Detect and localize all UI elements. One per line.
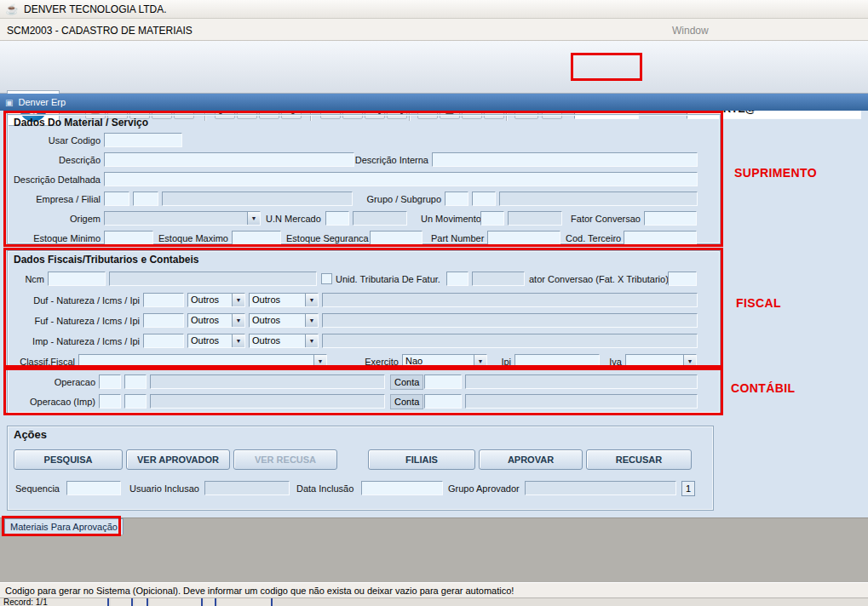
menu-window[interactable]: Window (672, 25, 709, 37)
descricao-interna-field[interactable] (432, 152, 698, 167)
ncm-lookup-button[interactable] (321, 273, 332, 284)
un-movimento-field[interactable] (480, 211, 504, 226)
exercito-label: Exercito (361, 357, 399, 367)
tab-materiais-para-aprovacao[interactable]: Materiais Para Aprovação (4, 518, 124, 535)
un-mercado-field[interactable] (325, 211, 349, 226)
descricao-detalhada-field[interactable] (104, 172, 698, 186)
duf-icms-combo[interactable]: Outros▼ (187, 293, 245, 307)
toolbar: d ▦ ⧉ ⎙ ? ? ▌◀ ◀ ▶ ▶▌ + ✖ ↶ ▤ ✎ ? Menu ➔… (0, 41, 868, 94)
descricao-field[interactable] (104, 152, 354, 167)
cod-terceiro-field[interactable] (624, 231, 697, 245)
duf-ipi-combo[interactable]: Outros▼ (249, 293, 319, 307)
estoque-minimo-field[interactable] (104, 231, 153, 245)
grupo-aprovador-label: Grupo Aprovador (448, 483, 523, 494)
chevron-down-icon: ▼ (232, 294, 244, 306)
duf-descricao-field (322, 293, 698, 307)
estoque-maximo-field[interactable] (232, 231, 281, 245)
imp-natureza-field[interactable] (143, 334, 184, 348)
conta-imp-label: Conta (390, 394, 423, 409)
record-count-cell: Record: 1/1 (0, 598, 109, 606)
recusar-button[interactable]: RECUSAR (586, 449, 692, 470)
fator-conversao-tributario-label: ator Conversao (Fat. X Tributario) (529, 274, 667, 284)
mdi-title: Denver Erp (18, 97, 66, 107)
unid-tributaria-field[interactable] (446, 272, 468, 286)
status-message: Codigo para gerar no Sistema (Opicional)… (5, 586, 514, 596)
descricao-interna-label: Descrição Interna (349, 155, 428, 165)
chevron-down-icon: ▼ (474, 355, 486, 368)
acoes-group-title: Ações (14, 428, 47, 441)
ipi-label: Ipi (496, 357, 511, 367)
operacao-field-2[interactable] (124, 374, 147, 389)
iva-combo[interactable]: ▼ (625, 354, 697, 369)
descricao-label: Descrição (43, 155, 101, 165)
estoque-maximo-label: Estoque Maximo (158, 233, 230, 243)
fator-conversao-tributario-field[interactable] (668, 272, 697, 286)
grupo-field[interactable] (445, 192, 468, 206)
fuf-natureza-field[interactable] (143, 313, 184, 328)
empresa-descricao-field (162, 192, 353, 206)
ver-recusa-button[interactable]: VER RECUSA (233, 449, 337, 470)
chevron-down-icon: ▼ (305, 294, 318, 306)
operacao-imp-descricao-field (150, 394, 385, 409)
app-window: ☕ DENVER TECNOLOGIA LTDA. SCM2003 - CADA… (0, 0, 868, 606)
chevron-down-icon: ▼ (313, 355, 326, 368)
duf-ipi-value: Outros (252, 294, 280, 305)
operacao-imp-field-2[interactable] (124, 394, 147, 409)
duf-label: Duf - Natureza / Icms / Ipi (12, 295, 140, 306)
imp-icms-value: Outros (191, 335, 219, 346)
filial-field[interactable] (133, 192, 158, 206)
filiais-button[interactable]: FILIAIS (368, 449, 475, 470)
ver-aprovador-button[interactable]: VER APROVADOR (126, 449, 230, 470)
origem-combo[interactable]: ▼ (104, 211, 261, 226)
ipi-field[interactable] (514, 354, 600, 369)
record-bar: Record: 1/1 (0, 597, 868, 606)
cod-terceiro-label: Cod. Terceiro (566, 233, 622, 243)
ncm-field[interactable] (48, 272, 106, 286)
menu-bar: SCM2003 - CADASTRO DE MATERIAIS Window (0, 19, 868, 41)
fator-conversao-field[interactable] (644, 211, 697, 226)
operacao-field-1[interactable] (99, 374, 121, 389)
fuf-icms-combo[interactable]: Outros▼ (187, 313, 245, 328)
estoque-seguranca-field[interactable] (370, 231, 423, 245)
conta-field[interactable] (424, 374, 462, 389)
operacao-imp-field-1[interactable] (99, 394, 121, 409)
sequencia-label: Sequencia (15, 483, 63, 494)
part-number-label: Part Number (431, 233, 486, 243)
data-inclusao-label: Data Inclusão (296, 483, 359, 494)
imp-descricao-field (322, 334, 698, 348)
imp-icms-combo[interactable]: Outros▼ (187, 334, 245, 348)
empresa-filial-label: Empresa / Filial (32, 194, 101, 204)
part-number-field[interactable] (487, 231, 560, 245)
un-movimento-label: Un Movimento (421, 214, 479, 224)
aprovar-button[interactable]: APROVAR (479, 449, 583, 470)
duf-natureza-field[interactable] (143, 293, 184, 307)
grupo-descricao-field (499, 192, 698, 206)
title-bar: ☕ DENVER TECNOLOGIA LTDA. (0, 0, 868, 19)
status-cell (150, 598, 203, 606)
data-inclusao-field[interactable] (361, 481, 443, 495)
chevron-down-icon: ▼ (232, 314, 244, 327)
canvas-background (0, 517, 868, 582)
tab-label: Materiais Para Aprovação (10, 522, 118, 532)
unid-tributaria-desc-field (472, 272, 525, 286)
unid-tributaria-label: Unid. Tributaria De Fatur. (336, 274, 445, 284)
usar-codigo-field[interactable] (104, 133, 182, 147)
annotation-contabil: CONTÁBIL (731, 381, 796, 395)
status-cell (204, 598, 216, 606)
exercito-combo[interactable]: Nao▼ (402, 354, 487, 369)
operacao-descricao-field (150, 374, 385, 389)
status-cell (111, 598, 133, 606)
sequencia-field[interactable] (66, 481, 121, 495)
conta-imp-field[interactable] (424, 394, 462, 409)
grupo-aprovador-field (525, 481, 676, 495)
empresa-field[interactable] (104, 192, 129, 206)
pesquisa-button[interactable]: PESQUISA (14, 449, 123, 470)
grupo-aprovador-count[interactable]: 1 (681, 481, 695, 496)
imp-ipi-combo[interactable]: Outros▼ (249, 334, 319, 348)
classif-fiscal-combo[interactable]: ▼ (78, 354, 327, 369)
iva-label: Iva (605, 357, 622, 367)
subgrupo-field[interactable] (472, 192, 496, 206)
fuf-ipi-combo[interactable]: Outros▼ (249, 313, 319, 328)
conta-label: Conta (390, 374, 423, 390)
chevron-down-icon: ▼ (232, 334, 244, 347)
